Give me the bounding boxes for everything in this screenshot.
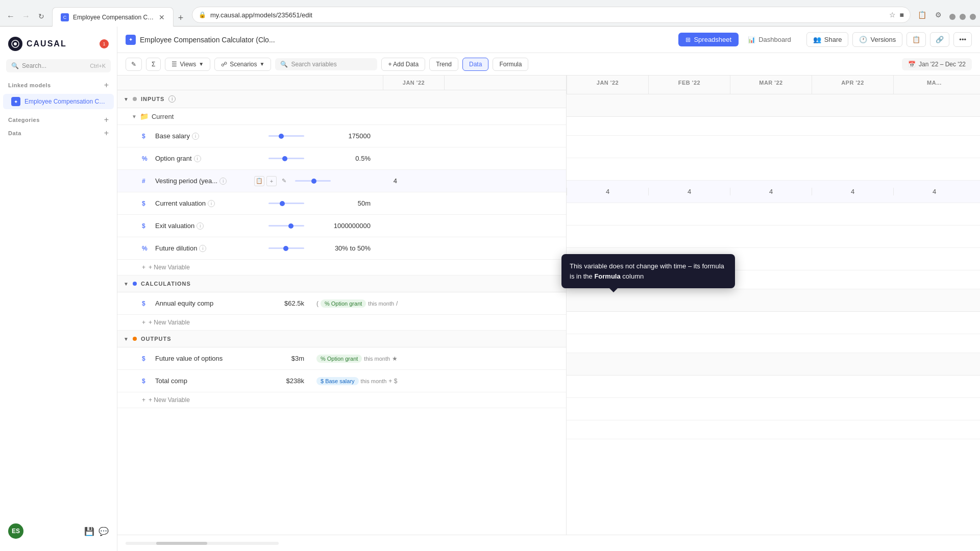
base-salary-slider-cell[interactable] [264, 135, 310, 137]
add-category-button[interactable]: + [104, 115, 109, 124]
vesting-period-name: Vesting period (yea... i [152, 177, 254, 185]
minimize-button[interactable] [949, 14, 955, 20]
formula-mode-button[interactable]: Σ [146, 58, 161, 71]
base-salary-name: Base salary i [152, 132, 264, 140]
formula-button[interactable]: Formula [493, 58, 528, 71]
tab-spreadsheet[interactable]: ⊞ Spreadsheet [678, 33, 739, 46]
future-dilution-slider-cell[interactable] [264, 247, 310, 249]
data-button[interactable]: Data [462, 58, 488, 71]
column-headers: JAN '22 [117, 76, 566, 90]
total-comp-value: $238k [264, 377, 310, 385]
current-group-header[interactable]: ▼ 📁 Current [117, 108, 566, 125]
right-col-jan: JAN '22 [567, 76, 648, 94]
share-button[interactable]: 👥 Share [806, 32, 849, 47]
browser-tab[interactable]: C Employee Compensation Calcu... ✕ [52, 7, 174, 27]
base-salary-slider[interactable] [268, 135, 304, 137]
sidebar-item-model[interactable]: ✦ Employee Compensation Cal... [3, 94, 114, 109]
close-button[interactable] [970, 14, 976, 20]
scenarios-label: Scenarios [230, 61, 257, 68]
maximize-button[interactable] [960, 14, 966, 20]
versions-button[interactable]: 🕐 Versions [852, 32, 902, 47]
add-row-button[interactable]: + [266, 176, 277, 186]
new-variable-calculations[interactable]: + + New Variable [117, 315, 566, 331]
avatar[interactable]: ES [8, 523, 23, 539]
back-button[interactable]: ← [4, 10, 17, 23]
new-variable-outputs[interactable]: + + New Variable [117, 392, 566, 408]
more-button[interactable]: ••• [953, 32, 972, 47]
share-link-button[interactable]: 🔗 [930, 32, 949, 47]
formula-tag-option-grant-2[interactable]: % Option grant [316, 355, 362, 363]
date-range-right[interactable]: 📅 Jan '22 – Dec '22 [902, 58, 972, 70]
vesting-period-slider[interactable] [295, 180, 331, 182]
right-panel: JAN '22 FEB '22 MAR '22 APR '22 MA... [567, 76, 980, 535]
linked-models-section: Linked models + [0, 79, 117, 92]
right-col-feb: FEB '22 [648, 76, 730, 94]
vesting-period-value: 4 [337, 177, 403, 185]
extension-icon[interactable]: ■ [900, 11, 904, 19]
right-cell-vesting-may: 4 [893, 188, 975, 195]
browser-action-2[interactable]: ⚙ [931, 8, 945, 22]
search-variables[interactable]: 🔍 Search variables [275, 58, 377, 70]
right-calc-header [567, 289, 980, 312]
copy-button[interactable]: 📋 [906, 32, 926, 47]
sidebar-save-icon[interactable]: 💾 [84, 527, 94, 536]
formula-tag-option-grant[interactable]: % Option grant [321, 299, 366, 308]
browser-action-1[interactable]: 📋 [915, 8, 929, 22]
new-variable-inputs[interactable]: + + New Variable [117, 260, 566, 276]
add-data-button[interactable]: + [104, 129, 109, 138]
scrollbar-thumb[interactable] [156, 542, 207, 545]
sidebar-search[interactable]: 🔍 Search... Ctrl+K [6, 59, 111, 72]
tab-close-icon[interactable]: ✕ [159, 13, 165, 21]
browser-controls: ← → ↻ [4, 10, 48, 26]
formula-div-op: / [396, 300, 398, 307]
formula-tag-base-salary[interactable]: $ Base salary [316, 377, 359, 385]
sidebar-chat-icon[interactable]: 💬 [99, 527, 109, 536]
base-salary-info-icon[interactable]: i [192, 133, 199, 140]
var-row-future-dilution: % Future dilution i 30% to 50% [117, 237, 566, 260]
right-row-annual-equity [567, 312, 980, 334]
calculations-section-header[interactable]: ▼ CALCULATIONS [117, 276, 566, 292]
forward-button[interactable]: → [19, 10, 33, 23]
vesting-period-name-text: Vesting period (yea... [155, 177, 217, 185]
option-grant-name: Option grant i [152, 155, 264, 162]
right-row-base-salary [567, 136, 980, 158]
option-grant-slider[interactable] [268, 158, 304, 159]
inputs-info-icon[interactable]: i [168, 95, 176, 103]
pencil-icon: ✎ [131, 61, 136, 68]
var-row-total-comp: $ Total comp $238k $ Base salary this mo… [117, 370, 566, 392]
views-button[interactable]: ☰ Views ▼ [165, 58, 210, 71]
current-valuation-slider-cell[interactable] [264, 203, 310, 204]
right-cell-vesting-feb: 4 [648, 188, 730, 195]
future-dilution-info-icon[interactable]: i [199, 245, 206, 252]
tab-dashboard[interactable]: 📊 Dashboard [741, 33, 798, 46]
current-valuation-info-icon[interactable]: i [208, 200, 215, 207]
address-bar[interactable]: 🔒 my.causal.app/models/235651/edit ☆ ■ [192, 7, 911, 23]
option-grant-slider-cell[interactable] [264, 158, 310, 159]
calculations-bullet [133, 282, 137, 286]
add-linked-model-button[interactable]: + [104, 81, 109, 90]
vesting-period-info-icon[interactable]: i [219, 178, 227, 185]
trend-button[interactable]: Trend [429, 58, 458, 71]
bookmark-icon[interactable]: ☆ [889, 11, 896, 19]
scrollbar-track[interactable] [126, 542, 279, 545]
copy-row-button[interactable]: 📋 [254, 176, 264, 186]
sidebar-logo: CAUSAL 1 [0, 33, 117, 59]
exit-valuation-slider-cell[interactable] [264, 225, 310, 227]
option-grant-info-icon[interactable]: i [194, 155, 201, 162]
current-valuation-slider[interactable] [268, 203, 304, 204]
edit-mode-button[interactable]: ✎ [126, 58, 142, 71]
future-dilution-slider[interactable] [268, 247, 304, 249]
exit-valuation-info-icon[interactable]: i [197, 222, 204, 230]
current-valuation-value: 50m [310, 199, 377, 207]
reload-button[interactable]: ↻ [35, 10, 48, 23]
exit-valuation-slider[interactable] [268, 225, 304, 227]
vesting-period-slider-cell[interactable] [291, 180, 337, 182]
future-value-formula: % Option grant this month ★ [310, 355, 566, 363]
search-placeholder: Search... [22, 62, 87, 69]
edit-row-button[interactable]: ✎ [279, 176, 289, 186]
add-data-button[interactable]: + Add Data [381, 58, 425, 71]
outputs-section-header[interactable]: ▼ OUTPUTS [117, 331, 566, 347]
scenarios-button[interactable]: ☍ Scenarios ▼ [214, 58, 271, 71]
inputs-section-header[interactable]: ▼ INPUTS i [117, 90, 566, 108]
new-tab-button[interactable]: + [174, 12, 188, 26]
